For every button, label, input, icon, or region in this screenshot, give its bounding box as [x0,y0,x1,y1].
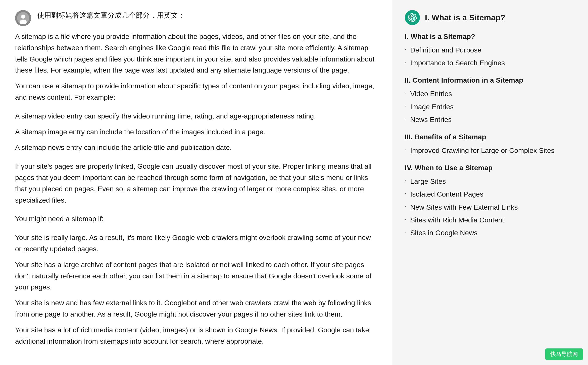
toc-item-label: Improved Crawling for Large or Complex S… [410,146,555,155]
toc-item[interactable]: ·New Sites with Few External Links [405,201,575,214]
toc-item-label: Large Sites [410,176,446,186]
toc-section-header: I. What is a Sitemap? [405,33,575,41]
toc-item-label: News Entries [410,115,452,125]
toc-item[interactable]: ·Large Sites [405,175,575,188]
toc-item[interactable]: ·Video Entries [405,87,575,100]
para-8: Your site is really large. As a result, … [15,232,377,255]
toc-section-header: II. Content Information in a Sitemap [405,76,575,84]
left-panel: 使用副标题将这篇文章分成几个部分，用英文： A sitemap is a fil… [0,0,392,365]
toc-item[interactable]: ·Importance to Search Engines [405,56,575,69]
toc-item[interactable]: ·Improved Crawling for Large or Complex … [405,144,575,157]
avatar [15,10,31,26]
toc-bullet-icon: · [405,216,406,222]
toc-bullet-icon: · [405,147,406,152]
toc-item-label: Sites in Google News [410,228,478,238]
para-4: A sitemap image entry can include the lo… [15,127,377,138]
toc-section-header: III. Benefits of a Sitemap [405,133,575,141]
header-prompt: 使用副标题将这篇文章分成几个部分，用英文： [37,10,185,21]
toc-bullet-icon: · [405,177,406,183]
toc-bullet-icon: · [405,116,406,121]
toc-item[interactable]: ·Image Entries [405,100,575,113]
toc-item-label: Image Entries [410,102,454,112]
toc-sections: I. What is a Sitemap?·Definition and Pur… [405,33,575,239]
chatgpt-logo [405,10,420,25]
toc-item-label: Isolated Content Pages [410,189,483,199]
toc-header: I. What is a Sitemap? [405,10,575,25]
toc-item-label: Importance to Search Engines [410,58,505,68]
toc-item-label: Video Entries [410,89,452,99]
watermark: 快马导航网 [545,348,583,360]
toc-section-header: IV. When to Use a Sitemap [405,164,575,172]
main-content: A sitemap is a file where you provide in… [15,31,377,347]
toc-section-section-2: II. Content Information in a Sitemap·Vid… [405,76,575,126]
para-9: Your site has a large archive of content… [15,259,377,293]
toc-item[interactable]: ·Sites in Google News [405,226,575,239]
toc-bullet-icon: · [405,90,406,96]
toc-item[interactable]: ·News Entries [405,113,575,126]
para-2: You can use a sitemap to provide informa… [15,81,377,103]
para-6: If your site's pages are properly linked… [15,161,377,206]
toc-section-section-4: IV. When to Use a Sitemap·Large Sites·Is… [405,164,575,239]
toc-bullet-icon: · [405,46,406,52]
header-row: 使用副标题将这篇文章分成几个部分，用英文： [15,10,377,26]
para-1: A sitemap is a file where you provide in… [15,31,377,76]
toc-bullet-icon: · [405,190,406,196]
para-7: You might need a sitemap if: [15,213,377,225]
para-3: A sitemap video entry can specify the vi… [15,111,377,122]
toc-item[interactable]: ·Sites with Rich Media Content [405,214,575,226]
para-10: Your site is new and has few external li… [15,297,377,320]
right-panel: I. What is a Sitemap? I. What is a Sitem… [392,0,588,365]
toc-bullet-icon: · [405,203,406,209]
para-11: Your site has a lot of rich media conten… [15,325,377,347]
toc-bullet-icon: · [405,103,406,109]
toc-section-section-3: III. Benefits of a Sitemap·Improved Craw… [405,133,575,157]
toc-bullet-icon: · [405,59,406,65]
toc-item-label: Sites with Rich Media Content [410,215,504,225]
toc-item[interactable]: ·Definition and Purpose [405,44,575,56]
toc-main-title: I. What is a Sitemap? [425,13,505,22]
para-5: A sitemap news entry can include the art… [15,142,377,153]
toc-section-section-1: I. What is a Sitemap?·Definition and Pur… [405,33,575,69]
toc-bullet-icon: · [405,229,406,235]
toc-item-label: New Sites with Few External Links [410,202,518,212]
svg-point-1 [21,15,25,19]
toc-item-label: Definition and Purpose [410,45,481,55]
toc-item[interactable]: ·Isolated Content Pages [405,188,575,201]
